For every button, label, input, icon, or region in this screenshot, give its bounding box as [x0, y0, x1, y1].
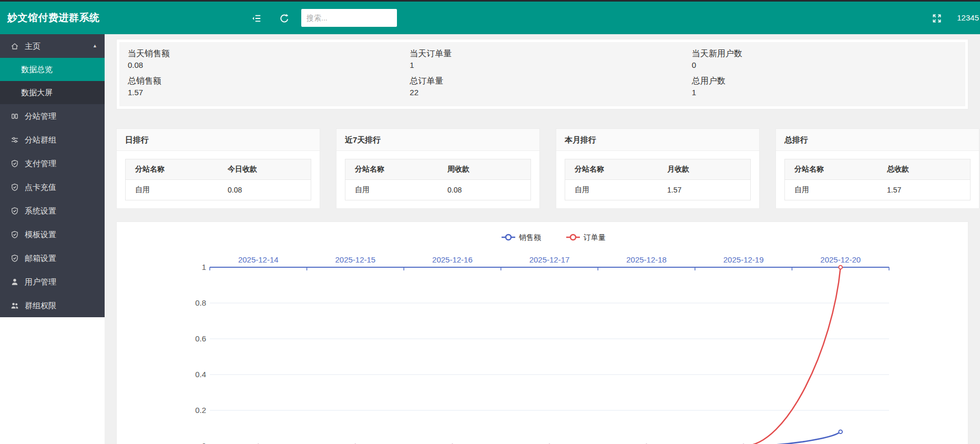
sales-series: [257, 430, 842, 444]
refresh-icon[interactable]: [279, 13, 290, 24]
chart-legend: 销售额订单量: [502, 233, 606, 241]
table-cell: 自用: [565, 180, 658, 200]
ranking-card-title: 总排行: [776, 129, 979, 151]
chart-gridlines: [210, 303, 889, 410]
x-axis-date-label-top: 2025-12-14: [238, 255, 279, 264]
y-axis-tick-label: 0.6: [195, 334, 206, 343]
sidebar: 主页▲数据总览数据大屏分站管理分站群组支付管理点卡充值系统设置模板设置邮箱设置用…: [0, 34, 105, 317]
home-icon: [11, 36, 20, 59]
app-title: 妙文馆付费进群系统: [7, 2, 100, 34]
x-axis-date-label-top: 2025-12-17: [529, 255, 570, 264]
stat-label: 当天新用户数: [692, 47, 965, 59]
table-row: 自用0.08: [126, 180, 311, 200]
orders-line: [258, 267, 840, 444]
table-header-row: 分站名称月收款: [565, 159, 751, 180]
ranking-card-week: 近7天排行分站名称周收款自用0.08: [336, 128, 540, 209]
table-cell: 1.57: [877, 180, 971, 200]
search-input[interactable]: [301, 9, 397, 27]
stat-column: 当天新用户数0总用户数1: [683, 46, 965, 102]
sliders-icon: [11, 129, 20, 153]
user-icon: [11, 271, 20, 295]
sidebar-item-data-screen[interactable]: 数据大屏: [0, 81, 105, 104]
table-column-header: 月收款: [658, 159, 751, 180]
ranking-card-title: 近7天排行: [336, 129, 539, 151]
sales-data-point: [839, 430, 842, 433]
stat-label: 当天订单量: [410, 47, 683, 59]
chart-x-axis-top: 2025-12-142025-12-152025-12-162025-12-17…: [210, 255, 889, 270]
sidebar-item-template-settings[interactable]: 模板设置: [0, 223, 105, 246]
legend-item-orders[interactable]: 订单量: [566, 233, 606, 241]
orders-series: [257, 266, 842, 444]
table-column-header: 分站名称: [345, 159, 438, 180]
stat-value: 1: [692, 87, 965, 98]
ranking-card-title: 本月排行: [556, 129, 759, 151]
sidebar-item-label: 模板设置: [25, 230, 56, 239]
stat-column: 当天销售额0.08总销售额1.57: [119, 46, 401, 102]
sidebar-item-substation-groups[interactable]: 分站群组: [0, 128, 105, 152]
shield-icon: [11, 177, 20, 200]
ranking-card-body: 分站名称月收款自用1.57: [556, 151, 759, 208]
table-column-header: 总收款: [877, 159, 971, 180]
y-axis-tick-label: 0.8: [195, 298, 206, 307]
stat-label: 总用户数: [692, 75, 965, 87]
table-column-header: 分站名称: [126, 159, 219, 180]
table-column-header: 分站名称: [785, 159, 878, 180]
x-axis-date-label-top: 2025-12-20: [820, 255, 861, 264]
x-axis-date-label-top: 2025-12-19: [723, 255, 764, 264]
sidebar-item-system-settings[interactable]: 系统设置: [0, 199, 105, 223]
ranking-card-body: 分站名称周收款自用0.08: [336, 151, 539, 208]
ranking-card-month: 本月排行分站名称月收款自用1.57: [556, 128, 760, 209]
stat-value: 0.08: [128, 59, 401, 70]
table-cell: 自用: [345, 180, 438, 200]
table-cell: 自用: [126, 180, 219, 200]
sidebar-item-home[interactable]: 主页▲: [0, 34, 105, 58]
sidebar-item-payment-management[interactable]: 支付管理: [0, 152, 105, 175]
sidebar-item-label: 分站群组: [25, 135, 56, 144]
sidebar-item-group-permissions[interactable]: 群组权限: [0, 294, 105, 317]
collapse-menu-icon[interactable]: [251, 13, 262, 24]
sidebar-item-substation-management[interactable]: 分站管理: [0, 104, 105, 128]
line-chart: 销售额订单量00.20.40.60.812025-12-142025-12-15…: [117, 222, 963, 444]
sales-line: [258, 432, 840, 444]
y-axis-tick-label: 0.4: [195, 370, 206, 379]
table-header-row: 分站名称周收款: [345, 159, 531, 180]
sidebar-item-label: 邮箱设置: [25, 254, 56, 263]
legend-label: 订单量: [583, 233, 606, 241]
sidebar-item-email-settings[interactable]: 邮箱设置: [0, 246, 105, 270]
chevron-up-icon: ▲: [93, 34, 97, 58]
table-column-header: 周收款: [438, 159, 531, 180]
ranking-card-total: 总排行分站名称总收款自用1.57: [775, 128, 979, 209]
ranking-card-title: 日排行: [117, 129, 320, 151]
ranking-card-body: 分站名称总收款自用1.57: [776, 151, 979, 208]
table-column-header: 分站名称: [565, 159, 658, 180]
stat-column: 当天订单量1总订单量22: [401, 46, 683, 102]
stat-label: 总订单量: [410, 75, 683, 87]
sidebar-item-user-management[interactable]: 用户管理: [0, 270, 105, 294]
legend-circle-icon: [506, 235, 511, 240]
sidebar-item-data-overview[interactable]: 数据总览: [0, 58, 105, 81]
table-cell: 0.08: [218, 180, 311, 200]
shield-icon: [11, 153, 20, 177]
table-row: 自用1.57: [565, 180, 751, 200]
username-display[interactable]: 12345: [957, 2, 979, 34]
table-column-header: 今日收款: [218, 159, 311, 180]
window-top-edge: [0, 0, 980, 2]
fullscreen-icon[interactable]: [932, 13, 942, 24]
ranking-card-daily: 日排行分站名称今日收款自用0.08: [116, 128, 320, 209]
legend-item-sales[interactable]: 销售额: [502, 233, 541, 241]
table-header-row: 分站名称总收款: [785, 159, 971, 180]
sidebar-submenu: 数据总览数据大屏: [0, 58, 105, 104]
table-cell: 1.57: [658, 180, 751, 200]
sidebar-item-label: 系统设置: [25, 206, 56, 215]
y-axis-tick-label: 1: [202, 263, 206, 271]
sales-orders-chart-card: 销售额订单量00.20.40.60.812025-12-142025-12-15…: [116, 221, 968, 444]
ranking-cards-row: 日排行分站名称今日收款自用0.08近7天排行分站名称周收款自用0.08本月排行分…: [116, 128, 979, 209]
table-row: 自用0.08: [345, 180, 531, 200]
stats-summary-card: 当天销售额0.08总销售额1.57当天订单量1总订单量22当天新用户数0总用户数…: [116, 39, 968, 109]
y-axis-tick-label: 0.2: [195, 406, 206, 415]
legend-label: 销售额: [518, 233, 541, 241]
table-header-row: 分站名称今日收款: [126, 159, 311, 180]
shield-icon: [11, 248, 20, 271]
ranking-table: 分站名称周收款自用0.08: [345, 159, 531, 200]
sidebar-item-card-recharge[interactable]: 点卡充值: [0, 175, 105, 199]
